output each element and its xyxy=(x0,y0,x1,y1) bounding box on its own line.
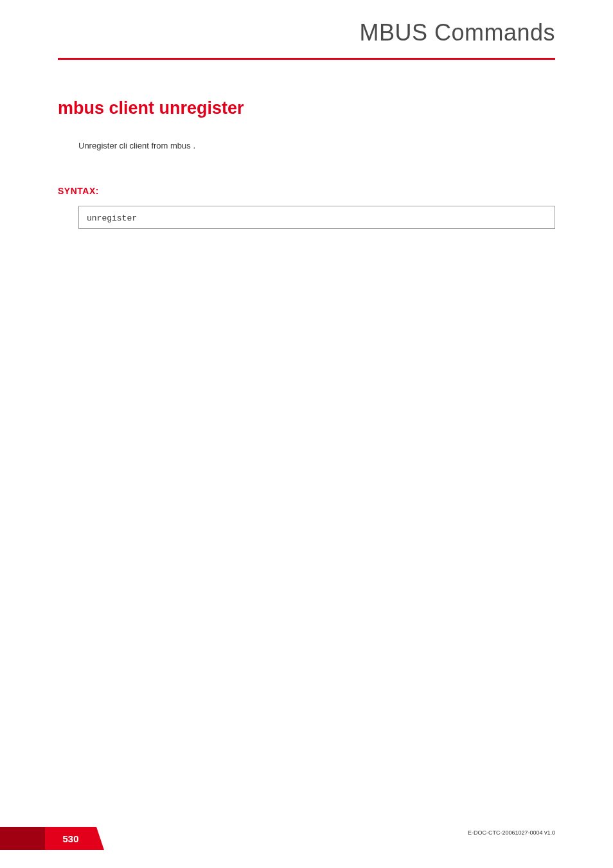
tab-red-segment: 530 xyxy=(45,827,96,850)
page-number: 530 xyxy=(62,833,78,844)
syntax-label: SYNTAX: xyxy=(58,186,555,196)
syntax-code: unregister xyxy=(87,213,137,223)
command-description: Unregister cli client from mbus . xyxy=(78,141,555,150)
page-header: MBUS Commands xyxy=(0,0,613,60)
page-content: mbus client unregister Unregister cli cl… xyxy=(0,60,613,229)
tab-dark-segment xyxy=(0,827,45,850)
command-title: mbus client unregister xyxy=(58,98,555,118)
chapter-title: MBUS Commands xyxy=(58,19,555,58)
page-number-tab: 530 xyxy=(0,827,96,850)
syntax-box: unregister xyxy=(78,206,555,229)
document-id: E-DOC-CTC-20061027-0004 v1.0 xyxy=(468,829,555,836)
